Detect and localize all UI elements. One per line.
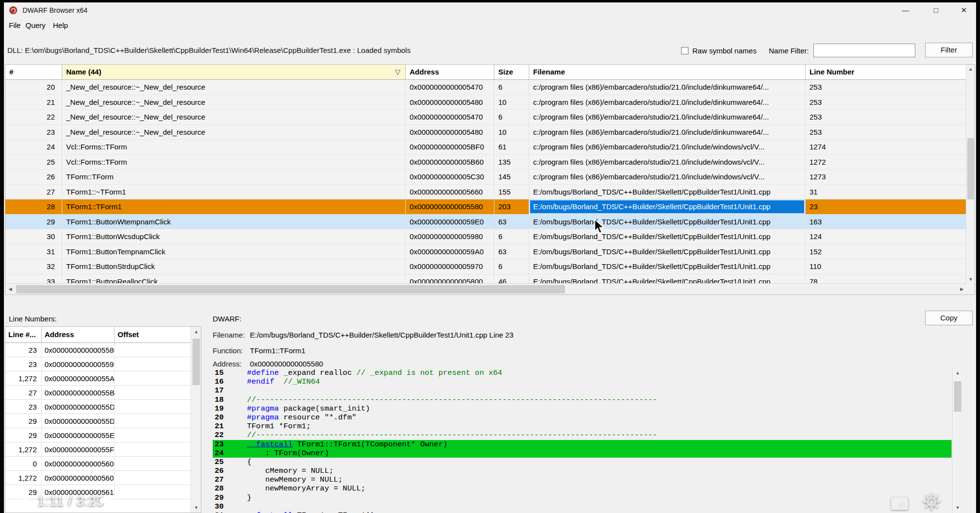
header-number[interactable]: #	[5, 65, 62, 80]
cell-line[interactable]: 23	[806, 199, 967, 214]
cell-size[interactable]: 155	[494, 185, 529, 199]
line-number-row[interactable]: 1,2720x00000000000055F2	[5, 442, 201, 457]
cell-line[interactable]: 1274	[806, 140, 967, 154]
cell-size[interactable]: 63	[494, 244, 529, 259]
cell-address[interactable]: 0x0000000000005C30	[406, 170, 494, 184]
line-number-row[interactable]: 290x00000000000055DC	[5, 414, 201, 428]
cell-address[interactable]: 0x0000000000005B60	[406, 155, 494, 170]
cell-offset[interactable]	[115, 414, 191, 428]
vertical-scrollbar-thumb[interactable]	[967, 138, 974, 199]
cell-address[interactable]: 0x0000000000005BF0	[406, 140, 494, 154]
cell-name[interactable]: TForm1::ButtonWcsdupClick	[62, 229, 406, 244]
cell-filename[interactable]: c:/program files (x86)/embarcadero/studi…	[529, 110, 806, 124]
close-button[interactable]: ✕	[952, 2, 976, 18]
table-row[interactable]: 28TForm1::TForm10x0000000000005580203E:/…	[5, 199, 967, 215]
cell-name[interactable]: _New_del_resource::~_New_del_resource	[62, 125, 406, 140]
cell-address[interactable]: 0x0000000000005800	[406, 274, 494, 284]
line-number-row[interactable]: 1,2720x00000000000055AA	[5, 371, 201, 386]
cell-size[interactable]: 46	[494, 274, 529, 284]
name-filter-input[interactable]	[813, 44, 915, 57]
cell-number[interactable]: 26	[5, 170, 62, 184]
cell-number[interactable]: 28	[5, 199, 62, 214]
code-scrollbar-thumb[interactable]	[954, 381, 961, 412]
cell-line[interactable]: 31	[806, 185, 967, 199]
line-number-row[interactable]: 1,2720x000000000000560E	[5, 471, 201, 485]
scroll-up-icon[interactable]: ▲	[966, 65, 975, 73]
header-address[interactable]: Address	[42, 327, 115, 343]
cell-line-number[interactable]: 0	[5, 457, 42, 470]
cell-address[interactable]: 0x0000000000005606	[42, 457, 115, 470]
cell-number[interactable]: 33	[5, 274, 62, 284]
scroll-up-icon[interactable]: ▲	[953, 368, 962, 378]
symbols-vertical-scrollbar[interactable]: ▲ ▼	[966, 65, 975, 284]
cell-number[interactable]: 21	[5, 95, 62, 110]
cell-line[interactable]: 1273	[806, 170, 967, 184]
table-row[interactable]: 30TForm1::ButtonWcsdupClick0x00000000000…	[5, 229, 967, 244]
cell-line-number[interactable]: 23	[5, 343, 42, 357]
cell-offset[interactable]	[115, 357, 191, 371]
cell-line[interactable]: 253	[806, 125, 967, 140]
cell-line[interactable]: 124	[806, 229, 967, 244]
scroll-down-icon[interactable]: ▼	[191, 503, 201, 513]
cell-line-number[interactable]: 1,272	[5, 371, 42, 385]
cell-address[interactable]: 0x00000000000055B7	[42, 386, 115, 399]
cell-size[interactable]: 135	[494, 155, 529, 170]
copy-button[interactable]: Copy	[925, 311, 973, 325]
cell-size[interactable]: 203	[494, 199, 529, 214]
cell-address[interactable]: 0x00000000000055D8	[42, 400, 115, 414]
cell-filename[interactable]: E:/om/bugs/Borland_TDS/C++Builder/Skelle…	[529, 215, 806, 229]
menu-query[interactable]: Query	[23, 18, 49, 33]
table-row[interactable]: 20_New_del_resource::~_New_del_resource0…	[5, 80, 967, 95]
cell-address[interactable]: 0x00000000000055DC	[42, 414, 115, 428]
cell-address[interactable]: 0x00000000000059A0	[406, 244, 494, 259]
cell-size[interactable]: 10	[494, 125, 529, 140]
filter-button[interactable]: Filter	[925, 43, 973, 57]
cell-offset[interactable]	[115, 442, 191, 456]
line-number-row[interactable]: 290x00000000000055E6	[5, 428, 201, 442]
line-numbers-scrollbar[interactable]: ▲ ▼	[191, 327, 201, 513]
cell-line[interactable]: 152	[806, 244, 967, 259]
line-number-row[interactable]: 00x0000000000005606	[5, 457, 201, 471]
scroll-right-icon[interactable]: ▶	[957, 284, 967, 294]
cell-filename[interactable]: E:/om/bugs/Borland_TDS/C++Builder/Skelle…	[529, 185, 806, 199]
cell-name[interactable]: TForm1::ButtonWtempnamClick	[62, 215, 406, 229]
cell-address[interactable]: 0x0000000000005980	[406, 229, 494, 244]
scroll-down-icon[interactable]: ▼	[966, 275, 975, 284]
table-row[interactable]: 24Vcl::Forms::TForm0x0000000000005BF061c…	[5, 140, 967, 155]
table-row[interactable]: 22_New_del_resource::~_New_del_resource0…	[5, 110, 967, 125]
menu-file[interactable]: File	[6, 18, 24, 33]
cell-filename[interactable]: c:/program files (x86)/embarcadero/studi…	[529, 155, 806, 170]
cell-name[interactable]: Vcl::Forms::TForm	[62, 155, 406, 170]
cell-name[interactable]: _New_del_resource::~_New_del_resource	[62, 95, 406, 110]
cell-offset[interactable]	[115, 428, 191, 442]
maximize-button[interactable]: □	[922, 2, 950, 18]
code-scrollbar[interactable]: ▲ ▼	[952, 368, 962, 513]
cell-filename[interactable]: E:/om/bugs/Borland_TDS/C++Builder/Skelle…	[529, 199, 806, 214]
title-bar[interactable]: DWARF Browser x64 — □ ✕	[4, 2, 976, 18]
header-name[interactable]: Name (44)▽	[62, 65, 406, 80]
cell-line[interactable]: 1272	[806, 155, 967, 170]
table-row[interactable]: 27TForm1::~TForm10x0000000000005660155E:…	[5, 185, 967, 200]
scroll-left-icon[interactable]: ◀	[5, 284, 15, 294]
cell-address[interactable]: 0x0000000000005480	[406, 95, 494, 110]
table-row[interactable]: 26TForm::TForm0x0000000000005C30145c:/pr…	[5, 170, 967, 185]
cell-line-number[interactable]: 29	[5, 485, 42, 499]
cell-offset[interactable]	[115, 343, 191, 357]
cell-offset[interactable]	[115, 400, 191, 414]
header-line-number[interactable]: Line Number	[806, 65, 967, 80]
cell-filename[interactable]: c:/program files (x86)/embarcadero/studi…	[529, 125, 806, 140]
cell-name[interactable]: _New_del_resource::~_New_del_resource	[62, 80, 406, 95]
cell-filename[interactable]: E:/om/bugs/Borland_TDS/C++Builder/Skelle…	[529, 244, 806, 259]
table-row[interactable]: 29TForm1::ButtonWtempnamClick0x000000000…	[5, 215, 967, 230]
cell-name[interactable]: TForm1::ButtonStrdupClick	[62, 259, 406, 274]
header-line[interactable]: Line #...	[5, 327, 42, 343]
table-row[interactable]: 21_New_del_resource::~_New_del_resource0…	[5, 95, 967, 110]
cell-size[interactable]: 6	[494, 110, 529, 124]
table-row[interactable]: 33TForm1::ButtonReallocClick0x0000000000…	[5, 274, 967, 284]
scroll-down-icon[interactable]: ▼	[953, 503, 962, 513]
cell-number[interactable]: 30	[5, 229, 62, 244]
cell-address[interactable]: 0x0000000000005580	[406, 199, 494, 214]
cell-address[interactable]: 0x00000000000055F2	[42, 442, 115, 456]
cell-line[interactable]: 78	[806, 274, 967, 284]
cell-size[interactable]: 145	[494, 170, 529, 184]
